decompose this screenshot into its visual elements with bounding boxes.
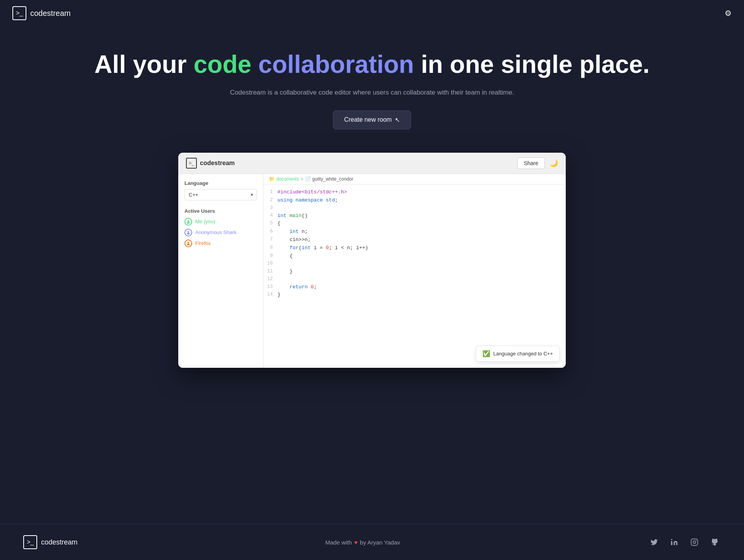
top-nav: >_ codestream ⚙ xyxy=(0,0,744,26)
svg-point-3 xyxy=(187,233,190,234)
language-select[interactable]: C++ JavaScript Python Java Go xyxy=(184,189,257,200)
title-collaboration: collaboration xyxy=(258,50,414,78)
share-button[interactable]: Share xyxy=(517,157,545,169)
footer-logo-icon: >_ xyxy=(23,535,37,549)
code-line: 14 } xyxy=(264,291,566,299)
toast-check-icon: ✅ xyxy=(482,350,490,357)
create-room-button[interactable]: Create new room ↖ xyxy=(333,110,411,129)
code-line: 2 using namespace std; xyxy=(264,196,566,205)
footer-social xyxy=(648,536,721,548)
svg-point-4 xyxy=(188,242,189,243)
avatar-me xyxy=(184,218,192,226)
code-line: 4 int main() xyxy=(264,212,566,220)
username-anon: Anonymous Shark xyxy=(195,229,236,235)
hero-section: All your code collaboration in one singl… xyxy=(0,26,744,145)
footer-logo: >_ codestream xyxy=(23,535,78,549)
demo-sidebar: Language C++ JavaScript Python Java Go ▼… xyxy=(178,174,264,368)
logo-icon: >_ xyxy=(12,6,26,20)
cursor-icon: ↖ xyxy=(395,116,400,124)
code-line: 9 { xyxy=(264,252,566,260)
user-item-me: Me (you) xyxy=(184,218,257,226)
logo-text: codestream xyxy=(30,9,71,18)
twitter-icon[interactable] xyxy=(648,536,660,548)
code-line: 1 #include<bits/stdc++.h> xyxy=(264,188,566,196)
code-line: 13 return 0; xyxy=(264,283,566,291)
language-label: Language xyxy=(184,180,257,186)
breadcrumb-folder: 📁 xyxy=(269,176,275,182)
heart-icon: ♥ xyxy=(354,539,358,546)
svg-rect-7 xyxy=(691,539,698,546)
demo-topbar: >_ codestream Share 🌙 xyxy=(178,153,566,174)
demo-logo-text: codestream xyxy=(200,160,235,167)
file-icon: 📄 xyxy=(305,176,311,182)
demo-logo-icon: >_ xyxy=(186,158,197,169)
title-code: code xyxy=(193,50,251,78)
code-editor: 📁 documents > 📄 guilty_white_condor 1 #i… xyxy=(264,174,566,368)
code-line: 3 xyxy=(264,204,566,212)
demo-logo-area: >_ codestream xyxy=(186,158,235,169)
svg-point-0 xyxy=(188,220,189,222)
linkedin-icon[interactable] xyxy=(668,536,680,548)
demo-body: Language C++ JavaScript Python Java Go ▼… xyxy=(178,174,566,368)
title-prefix: All your xyxy=(94,50,193,78)
user-item-firefox: Firefox xyxy=(184,240,257,247)
by-text: by Aryan Yadav xyxy=(360,539,400,546)
demo-topbar-actions: Share 🌙 xyxy=(517,157,558,169)
username-firefox: Firefox xyxy=(195,240,211,246)
create-room-label: Create new room xyxy=(344,116,392,123)
code-line: 8 for(int i = 0; i < n; i++) xyxy=(264,244,566,252)
settings-button[interactable]: ⚙ xyxy=(725,9,732,18)
toast-text: Language changed to C++ xyxy=(493,351,553,357)
made-with-text: Made with xyxy=(326,539,352,546)
svg-point-1 xyxy=(187,222,190,224)
username-me: Me (you) xyxy=(195,219,215,224)
logo-area: >_ codestream xyxy=(12,6,71,20)
avatar-anon xyxy=(184,229,192,236)
language-select-wrapper: C++ JavaScript Python Java Go ▼ xyxy=(184,189,257,200)
title-suffix: in one single place. xyxy=(414,50,649,78)
code-line: 12 xyxy=(264,276,566,283)
code-area[interactable]: 1 #include<bits/stdc++.h> 2 using namesp… xyxy=(264,184,566,368)
code-line: 7 cin>>n; xyxy=(264,236,566,244)
svg-point-8 xyxy=(693,541,696,544)
breadcrumb: 📁 documents > 📄 guilty_white_condor xyxy=(264,174,566,184)
demo-window: >_ codestream Share 🌙 Language C++ JavaS… xyxy=(178,153,566,368)
github-icon[interactable] xyxy=(708,536,721,548)
svg-point-2 xyxy=(188,231,189,233)
demo-container: >_ codestream Share 🌙 Language C++ JavaS… xyxy=(0,145,744,391)
svg-point-5 xyxy=(187,244,190,245)
instagram-icon[interactable] xyxy=(688,536,701,548)
hero-subtitle: Codestream is a collaborative code edito… xyxy=(8,89,736,96)
hero-title: All your code collaboration in one singl… xyxy=(8,50,736,79)
user-item-anon: Anonymous Shark xyxy=(184,229,257,236)
code-line: 6 int n; xyxy=(264,228,566,236)
breadcrumb-folder-name: documents xyxy=(276,176,299,182)
moon-icon[interactable]: 🌙 xyxy=(549,159,558,167)
title-middle xyxy=(251,50,258,78)
avatar-firefox xyxy=(184,240,192,247)
breadcrumb-file: guilty_white_condor xyxy=(312,176,353,182)
toast-notification: ✅ Language changed to C++ xyxy=(476,346,560,362)
code-line: 5 { xyxy=(264,220,566,228)
footer: >_ codestream Made with ♥ by Aryan Yadav xyxy=(0,524,744,560)
code-line: 10 xyxy=(264,260,566,267)
active-users-label: Active Users xyxy=(184,208,257,214)
svg-point-6 xyxy=(671,539,672,540)
breadcrumb-sep: > xyxy=(301,176,303,182)
footer-logo-text: codestream xyxy=(41,538,78,546)
editor-wrapper: 📁 documents > 📄 guilty_white_condor 1 #i… xyxy=(264,174,566,368)
code-line: 11 } xyxy=(264,268,566,276)
svg-point-9 xyxy=(696,540,697,541)
footer-center: Made with ♥ by Aryan Yadav xyxy=(326,539,400,546)
